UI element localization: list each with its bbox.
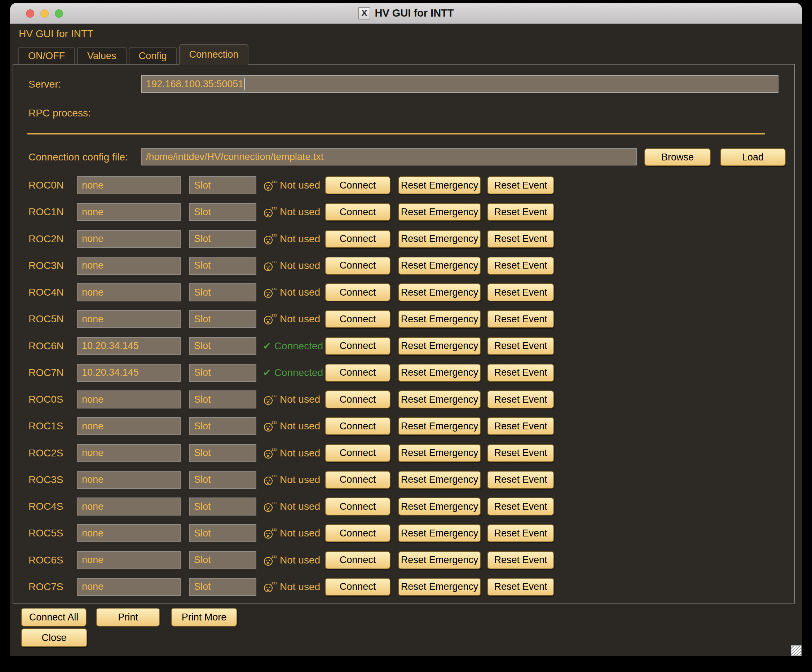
roc-address-input[interactable]: 10.20.34.145 [77, 364, 181, 382]
reset-event-button[interactable]: Reset Event [487, 337, 554, 355]
tab-on-off[interactable]: ON/OFF [18, 47, 75, 64]
print-button[interactable]: Print [96, 608, 160, 627]
resize-grip[interactable] [791, 645, 802, 656]
roc-address-input[interactable]: none [77, 257, 181, 275]
roc-row: ROC7N 10.20.34.145 Slot zzz ✔ Connected … [13, 364, 794, 382]
reset-event-button[interactable]: Reset Event [487, 417, 554, 435]
close-window-button[interactable] [26, 9, 34, 18]
reset-event-button[interactable]: Reset Event [487, 524, 554, 542]
roc-slot-input[interactable]: Slot [189, 230, 256, 248]
tab-config[interactable]: Config [129, 47, 177, 64]
roc-address-input[interactable]: none [77, 391, 181, 408]
roc-address-input[interactable]: none [77, 578, 181, 596]
reset-event-button[interactable]: Reset Event [487, 498, 554, 515]
roc-slot-input[interactable]: Slot [189, 551, 256, 569]
roc-address-input[interactable]: none [77, 203, 181, 221]
connect-button[interactable]: Connect [325, 551, 391, 569]
svg-text:zzz: zzz [271, 259, 276, 264]
connect-button[interactable]: Connect [325, 417, 391, 435]
roc-slot-input[interactable]: Slot [189, 444, 256, 462]
roc-slot-input[interactable]: Slot [189, 498, 256, 515]
roc-slot-input[interactable]: Slot [189, 283, 256, 301]
connect-button[interactable]: Connect [325, 203, 391, 221]
roc-row: ROC1N none Slot zzz ✔ Not used Connect R… [13, 203, 794, 221]
reset-emergency-button[interactable]: Reset Emergency [398, 578, 481, 596]
roc-name-label: ROC1N [29, 203, 73, 221]
roc-slot-input[interactable]: Slot [189, 471, 256, 489]
roc-address-input[interactable]: none [77, 283, 181, 301]
connect-button[interactable]: Connect [325, 310, 391, 328]
minimize-window-button[interactable] [40, 9, 49, 18]
reset-event-button[interactable]: Reset Event [487, 283, 554, 301]
roc-status-text: Not used [280, 313, 320, 325]
connect-button[interactable]: Connect [325, 524, 391, 542]
roc-address-input[interactable]: none [77, 551, 181, 569]
reset-emergency-button[interactable]: Reset Emergency [398, 176, 481, 194]
roc-slot-input[interactable]: Slot [189, 176, 256, 194]
roc-slot-input[interactable]: Slot [189, 417, 256, 435]
connect-button[interactable]: Connect [325, 391, 391, 408]
reset-emergency-button[interactable]: Reset Emergency [398, 471, 481, 489]
reset-emergency-button[interactable]: Reset Emergency [398, 364, 481, 382]
connect-button[interactable]: Connect [325, 176, 391, 194]
close-button[interactable]: Close [21, 628, 87, 647]
reset-emergency-button[interactable]: Reset Emergency [398, 444, 481, 462]
reset-emergency-button[interactable]: Reset Emergency [398, 524, 481, 542]
svg-text:zzz: zzz [271, 554, 276, 558]
connect-button[interactable]: Connect [325, 230, 391, 248]
reset-event-button[interactable]: Reset Event [487, 203, 554, 221]
roc-address-input[interactable]: none [77, 471, 181, 489]
roc-address-input[interactable]: none [77, 176, 181, 194]
roc-slot-input[interactable]: Slot [189, 578, 256, 596]
connect-button[interactable]: Connect [325, 471, 391, 489]
reset-emergency-button[interactable]: Reset Emergency [398, 283, 481, 301]
connect-button[interactable]: Connect [325, 498, 391, 515]
connect-button[interactable]: Connect [325, 578, 391, 596]
reset-emergency-button[interactable]: Reset Emergency [398, 310, 481, 328]
connect-button[interactable]: Connect [325, 444, 391, 462]
reset-emergency-button[interactable]: Reset Emergency [398, 257, 481, 275]
reset-event-button[interactable]: Reset Event [487, 364, 554, 382]
reset-emergency-button[interactable]: Reset Emergency [398, 230, 481, 248]
roc-slot-input[interactable]: Slot [189, 337, 256, 355]
roc-slot-input[interactable]: Slot [189, 203, 256, 221]
roc-address-input[interactable]: 10.20.34.145 [77, 337, 181, 355]
roc-slot-input[interactable]: Slot [189, 310, 256, 328]
roc-slot-input[interactable]: Slot [189, 364, 256, 382]
connect-all-button[interactable]: Connect All [21, 608, 87, 627]
connect-button[interactable]: Connect [325, 257, 391, 275]
reset-event-button[interactable]: Reset Event [487, 230, 554, 248]
zoom-window-button[interactable] [55, 9, 63, 18]
connect-button[interactable]: Connect [325, 364, 391, 382]
roc-name-label: ROC6S [29, 551, 73, 569]
print-more-button[interactable]: Print More [171, 608, 237, 627]
roc-address-input[interactable]: none [77, 417, 181, 435]
reset-event-button[interactable]: Reset Event [487, 578, 554, 596]
reset-event-button[interactable]: Reset Event [487, 176, 554, 194]
reset-emergency-button[interactable]: Reset Emergency [398, 391, 481, 408]
roc-address-input[interactable]: none [77, 230, 181, 248]
roc-slot-input[interactable]: Slot [189, 391, 256, 408]
roc-slot-input[interactable]: Slot [189, 257, 256, 275]
reset-event-button[interactable]: Reset Event [487, 444, 554, 462]
roc-address-input[interactable]: none [77, 524, 181, 542]
reset-event-button[interactable]: Reset Event [487, 551, 554, 569]
reset-emergency-button[interactable]: Reset Emergency [398, 551, 481, 569]
reset-emergency-button[interactable]: Reset Emergency [398, 498, 481, 515]
reset-event-button[interactable]: Reset Event [487, 471, 554, 489]
reset-emergency-button[interactable]: Reset Emergency [398, 203, 481, 221]
reset-emergency-button[interactable]: Reset Emergency [398, 337, 481, 355]
reset-event-button[interactable]: Reset Event [487, 310, 554, 328]
connect-button[interactable]: Connect [325, 283, 391, 301]
roc-address-input[interactable]: none [77, 444, 181, 462]
reset-event-button[interactable]: Reset Event [487, 257, 554, 275]
tab-connection[interactable]: Connection [179, 44, 249, 65]
tab-values[interactable]: Values [77, 47, 126, 64]
roc-slot-input[interactable]: Slot [189, 524, 256, 542]
reset-emergency-button[interactable]: Reset Emergency [398, 417, 481, 435]
roc-status: zzz ✔ Not used [263, 391, 333, 408]
roc-address-input[interactable]: none [77, 310, 181, 328]
connect-button[interactable]: Connect [325, 337, 391, 355]
reset-event-button[interactable]: Reset Event [487, 391, 554, 408]
roc-address-input[interactable]: none [77, 498, 181, 515]
